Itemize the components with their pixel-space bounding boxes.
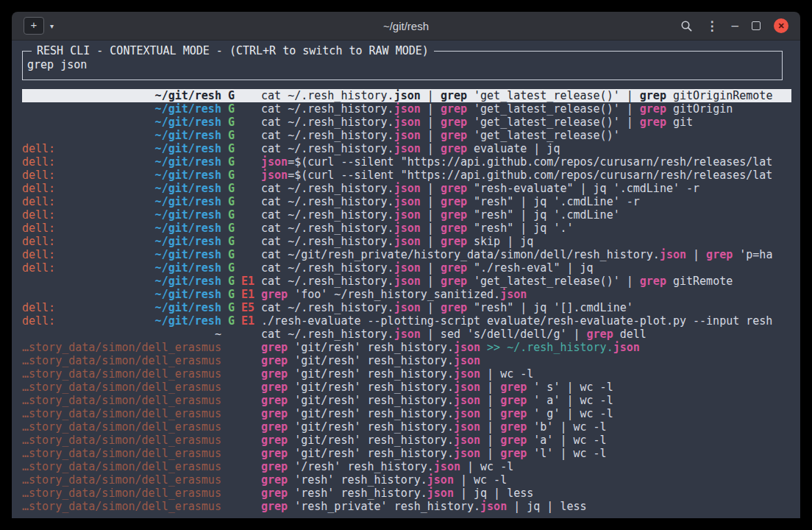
history-row[interactable]: dell:~/git/reshGcat ~/.resh_history.json… bbox=[22, 222, 791, 235]
git-flag bbox=[228, 328, 235, 341]
command-segment: | bbox=[480, 381, 500, 394]
command-segment: json bbox=[394, 208, 421, 222]
row-command: grep 'git/resh' resh_history.json | grep… bbox=[261, 407, 613, 420]
command-segment: cat ~/.resh_history. bbox=[261, 301, 394, 314]
history-row[interactable]: ~/git/reshGE1cat ~/.resh_history.json | … bbox=[22, 275, 791, 288]
command-segment: grep bbox=[441, 275, 467, 288]
restore-button[interactable] bbox=[752, 21, 761, 30]
window-title: ~/git/resh bbox=[383, 20, 429, 32]
history-row[interactable]: dell:~/git/reshGcat ~/.resh_history.json… bbox=[22, 235, 791, 248]
history-row[interactable]: dell:~/git/reshGcat ~/.resh_history.json… bbox=[22, 208, 791, 222]
history-row[interactable]: ~cat ~/.resh_history.json | sed 's/dell/… bbox=[22, 328, 791, 341]
terminal-screen[interactable]: RESH CLI - CONTEXTUAL MODE - (CTRL+R to … bbox=[12, 40, 800, 518]
git-flag: G bbox=[228, 301, 235, 314]
command-segment: 'b' | wc -l bbox=[527, 420, 606, 434]
command-segment: grep bbox=[261, 394, 288, 407]
history-row[interactable]: …story_data/simon/dell_erasmusgrep 'git/… bbox=[22, 434, 791, 447]
row-location: dell:~/git/resh bbox=[22, 195, 221, 208]
exit-code-flag bbox=[241, 394, 254, 407]
close-button[interactable]: ✕ bbox=[774, 18, 788, 33]
command-segment: cat ~/.resh_history. bbox=[261, 222, 394, 235]
command-segment: json bbox=[454, 394, 480, 407]
history-row[interactable]: …story_data/simon/dell_erasmusgrep 'git/… bbox=[22, 381, 791, 394]
command-segment: json bbox=[394, 328, 421, 341]
new-tab-button[interactable]: + bbox=[24, 17, 44, 35]
history-row[interactable]: dell:~/git/reshGcat ~/git/resh_private/h… bbox=[22, 248, 791, 261]
chevron-down-icon: ▾ bbox=[50, 22, 54, 30]
git-flag: G bbox=[228, 288, 235, 301]
row-directory: ~/git/resh bbox=[155, 222, 221, 235]
row-command: grep 'foo' ~/resh_history_sanitized.json bbox=[261, 288, 527, 301]
command-segment: json bbox=[454, 341, 480, 354]
command-segment: "resh" | jq '.cmdLine' -r bbox=[467, 195, 640, 208]
exit-code-flag bbox=[241, 500, 254, 513]
history-row[interactable]: ~/git/reshGcat ~/.resh_history.json | gr… bbox=[22, 102, 791, 116]
exit-code-flag bbox=[241, 129, 254, 142]
row-location: dell:~/git/resh bbox=[22, 301, 221, 314]
history-row[interactable]: dell:~/git/reshGcat ~/.resh_history.json… bbox=[22, 182, 791, 195]
command-segment: | bbox=[421, 182, 441, 195]
history-row[interactable]: dell:~/git/reshGcat ~/.resh_history.json… bbox=[22, 195, 791, 208]
command-segment: evaluate | jq bbox=[467, 142, 560, 155]
command-segment: json bbox=[261, 155, 288, 169]
git-flag: G bbox=[228, 142, 235, 155]
command-segment: cat ~/.resh_history. bbox=[261, 89, 394, 102]
command-segment: grep bbox=[441, 129, 467, 142]
history-row[interactable]: dell:~/git/reshGE1./resh-evaluate --plot… bbox=[22, 314, 791, 328]
row-command: grep 'git/resh' resh_history.json bbox=[261, 354, 480, 367]
command-segment: 'git/resh' resh_history. bbox=[288, 341, 454, 354]
history-row[interactable]: …story_data/simon/dell_erasmusgrep 'git/… bbox=[22, 394, 791, 407]
row-location: dell:~/git/resh bbox=[22, 142, 221, 155]
row-location: dell:~/git/resh bbox=[22, 155, 221, 169]
row-location: dell:~/git/resh bbox=[22, 222, 221, 235]
history-row[interactable]: dell:~/git/reshGjson=$(curl --silent "ht… bbox=[22, 169, 791, 182]
command-segment: cat ~/.resh_history. bbox=[261, 195, 394, 208]
history-row[interactable]: …story_data/simon/dell_erasmusgrep 'resh… bbox=[22, 487, 791, 500]
history-row[interactable]: …story_data/simon/dell_erasmusgrep 'git/… bbox=[22, 354, 791, 367]
history-row[interactable]: ~/git/reshGcat ~/.resh_history.json | gr… bbox=[22, 116, 791, 129]
history-row[interactable]: …story_data/simon/dell_erasmusgrep 'git/… bbox=[22, 447, 791, 460]
command-segment: json bbox=[394, 102, 421, 116]
git-flag: G bbox=[228, 235, 235, 248]
history-row[interactable]: dell:~/git/reshGcat ~/.resh_history.json… bbox=[22, 261, 791, 275]
git-flag: G bbox=[228, 102, 235, 116]
command-segment: json bbox=[394, 275, 421, 288]
command-segment: json bbox=[394, 182, 421, 195]
history-row[interactable]: …story_data/simon/dell_erasmusgrep 'git/… bbox=[22, 407, 791, 420]
history-row[interactable]: dell:~/git/reshGE5cat ~/.resh_history.js… bbox=[22, 301, 791, 314]
git-flag: G bbox=[228, 89, 235, 102]
command-segment: skip | jq bbox=[467, 235, 533, 248]
git-flag: G bbox=[228, 314, 235, 328]
command-segment: json bbox=[613, 341, 640, 354]
command-segment: json bbox=[454, 367, 480, 381]
tab-list-dropdown-button[interactable]: ▾ bbox=[49, 19, 55, 33]
command-segment: "resh" | jq '.' bbox=[467, 222, 574, 235]
history-row[interactable]: …story_data/simon/dell_erasmusgrep 'resh… bbox=[22, 473, 791, 487]
row-directory: …story_data/simon/dell_erasmus bbox=[22, 420, 221, 434]
minimize-icon: – bbox=[732, 22, 738, 29]
minimize-button[interactable]: – bbox=[732, 22, 738, 29]
command-segment: ' g' | wc -l bbox=[527, 407, 613, 420]
history-row[interactable]: dell:~/git/reshGcat ~/.resh_history.json… bbox=[22, 142, 791, 155]
history-row[interactable]: ~/git/reshGcat ~/.resh_history.json | gr… bbox=[22, 129, 791, 142]
row-command: ./resh-evaluate --plotting-script evalua… bbox=[261, 314, 772, 328]
history-row[interactable]: …story_data/simon/dell_erasmusgrep 'git/… bbox=[22, 420, 791, 434]
history-row[interactable]: …story_data/simon/dell_erasmusgrep 'git/… bbox=[22, 341, 791, 354]
search-query-input[interactable]: grep json bbox=[27, 58, 776, 71]
row-location: …story_data/simon/dell_erasmus bbox=[22, 473, 221, 487]
search-button[interactable] bbox=[680, 20, 693, 32]
exit-code-flag: E1 bbox=[241, 314, 254, 328]
history-row[interactable]: …story_data/simon/dell_erasmusgrep '/res… bbox=[22, 460, 791, 473]
history-row[interactable]: ~/git/reshGcat ~/.resh_history.json | gr… bbox=[22, 89, 791, 102]
exit-code-flag bbox=[241, 460, 254, 473]
history-row[interactable]: ~/git/reshGE1grep 'foo' ~/resh_history_s… bbox=[22, 288, 791, 301]
history-row[interactable]: …story_data/simon/dell_erasmusgrep 'git/… bbox=[22, 367, 791, 381]
command-segment: json bbox=[394, 301, 421, 314]
command-segment: grep bbox=[640, 89, 666, 102]
row-location: dell:~/git/resh bbox=[22, 169, 221, 182]
command-segment: dell bbox=[613, 328, 647, 341]
row-command: grep 'git/resh' resh_history.json | grep… bbox=[261, 381, 613, 394]
history-row[interactable]: dell:~/git/reshGjson=$(curl --silent "ht… bbox=[22, 155, 791, 169]
menu-button[interactable]: ⋮ bbox=[706, 18, 719, 34]
history-row[interactable]: …story_data/simon/dell_erasmusgrep 'resh… bbox=[22, 500, 791, 513]
